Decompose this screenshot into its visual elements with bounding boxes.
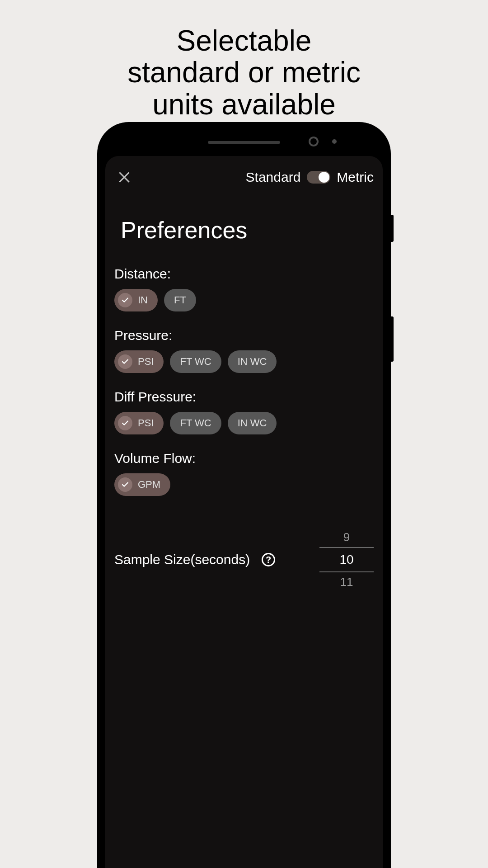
check-icon [118, 477, 132, 492]
chip-label: FT WC [180, 417, 211, 429]
diff-pressure-group: Diff Pressure: PSIFT WCIN WC [114, 389, 374, 434]
distance-chip-ft[interactable]: FT [164, 289, 196, 311]
distance-chips: INFT [114, 289, 374, 311]
phone-side-button [391, 215, 394, 242]
standard-label: Standard [246, 170, 301, 185]
volume-flow-label: Volume Flow: [114, 451, 374, 466]
distance-label: Distance: [114, 266, 374, 282]
top-toolbar: Standard Metric [114, 170, 374, 185]
chip-label: PSI [138, 356, 154, 368]
pressure-chip-in-wc[interactable]: IN WC [228, 350, 277, 373]
chip-label: IN [138, 294, 148, 306]
diff-pressure-chip-in-wc[interactable]: IN WC [228, 412, 277, 434]
phone-side-button [391, 316, 394, 362]
volume-flow-chip-gpm[interactable]: GPM [114, 473, 170, 496]
promo-line-2: standard or metric [127, 57, 361, 88]
app-screen: Standard Metric Preferences Distance: IN… [105, 156, 383, 868]
spinner-prev: 9 [319, 528, 374, 547]
help-icon[interactable]: ? [262, 553, 275, 566]
diff-pressure-label: Diff Pressure: [114, 389, 374, 405]
chip-label: IN WC [238, 417, 267, 429]
sample-size-label: Sample Size(seconds) [114, 552, 250, 567]
phone-frame: Standard Metric Preferences Distance: IN… [97, 122, 391, 868]
chip-label: PSI [138, 417, 154, 429]
chip-label: IN WC [238, 356, 267, 368]
promo-heading: Selectable standard or metric units avai… [127, 25, 361, 120]
chip-label: FT [174, 294, 186, 306]
pressure-label: Pressure: [114, 328, 374, 343]
toggle-knob [319, 172, 329, 183]
diff-pressure-chip-ft-wc[interactable]: FT WC [170, 412, 221, 434]
phone-speaker [208, 141, 280, 144]
sample-size-row: Sample Size(seconds) ? 9 10 11 [114, 528, 374, 592]
diff-pressure-chip-psi[interactable]: PSI [114, 412, 164, 434]
distance-group: Distance: INFT [114, 266, 374, 311]
promo-line-1: Selectable [127, 25, 361, 57]
promo-line-3: units available [127, 89, 361, 120]
close-icon[interactable] [117, 170, 131, 184]
chip-label: GPM [138, 479, 160, 491]
pressure-group: Pressure: PSIFT WCIN WC [114, 328, 374, 373]
distance-chip-in[interactable]: IN [114, 289, 158, 311]
spinner-current: 10 [319, 547, 374, 572]
metric-label: Metric [337, 170, 374, 185]
units-toggle[interactable] [307, 171, 330, 184]
phone-camera-icon [309, 137, 319, 146]
check-icon [118, 416, 132, 430]
pressure-chips: PSIFT WCIN WC [114, 350, 374, 373]
sample-size-spinner[interactable]: 9 10 11 [319, 528, 374, 592]
page-title: Preferences [121, 217, 374, 244]
pressure-chip-ft-wc[interactable]: FT WC [170, 350, 221, 373]
phone-sensor-icon [332, 139, 337, 144]
check-icon [118, 293, 132, 307]
spinner-next: 11 [319, 572, 374, 592]
diff-pressure-chips: PSIFT WCIN WC [114, 412, 374, 434]
check-icon [118, 354, 132, 369]
volume-flow-group: Volume Flow: GPM [114, 451, 374, 496]
chip-label: FT WC [180, 356, 211, 368]
pressure-chip-psi[interactable]: PSI [114, 350, 164, 373]
volume-flow-chips: GPM [114, 473, 374, 496]
